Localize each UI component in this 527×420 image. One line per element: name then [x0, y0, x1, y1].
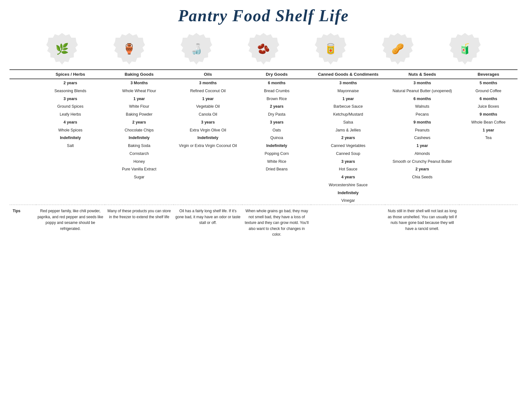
table-cell: Canned Vegetables [311, 142, 385, 150]
page-title: Pantry Food Shelf Life [10, 6, 517, 25]
table-cell: Chocolate Chips [105, 126, 174, 134]
table-cell: 3 months [311, 79, 385, 87]
table-cell: Indefinitely [36, 134, 105, 142]
table-cell: Mayonnaise [311, 87, 385, 95]
table-cell: Hot Sauce [311, 165, 385, 173]
row-label-empty [10, 79, 36, 87]
nuts-icon-badge: 🥜 [380, 31, 415, 66]
table-cell: Cornstarch [105, 150, 174, 158]
table-cell: 9 months [459, 111, 517, 118]
table-row: Worcestershire Sauce [10, 181, 517, 189]
table-cell [385, 197, 459, 205]
table-cell [385, 189, 459, 197]
tips-row: Tips Red pepper family, like chili powde… [10, 205, 517, 239]
table-cell [36, 158, 105, 166]
baking-icon-badge: 🏺 [112, 31, 147, 66]
table-cell [459, 197, 517, 205]
table-cell: Pecans [385, 111, 459, 118]
col-header-spices: Spices / Herbs [36, 70, 105, 79]
table-cell [36, 197, 105, 205]
table-cell [105, 197, 174, 205]
table-cell: 3 years [242, 118, 311, 126]
col-header-dry: Dry Goods [242, 70, 311, 79]
tips-spices: Red pepper family, like chili powder, pa… [36, 205, 105, 239]
table-cell: White Rice [242, 158, 311, 166]
table-cell: Dried Beans [242, 165, 311, 173]
table-cell: Baking Soda [105, 142, 174, 150]
table-row: Sugar4 yearsChia Seeds [10, 173, 517, 181]
table-cell [174, 165, 242, 173]
header-row: Spices / Herbs Baking Goods Oils Dry Goo… [10, 70, 517, 79]
table-cell: Whole Wheat Flour [105, 87, 174, 95]
table-row: Leafy HerbsBaking PowderCanola OilDry Pa… [10, 111, 517, 118]
table-cell: 4 years [311, 173, 385, 181]
table-cell: Dry Pasta [242, 111, 311, 118]
row-label-empty [10, 150, 36, 158]
row-label-empty [10, 111, 36, 118]
row-label-empty [10, 197, 36, 205]
table-row: 4 years2 years3 years3 yearsSalsa9 month… [10, 118, 517, 126]
row-label-empty [10, 189, 36, 197]
table-cell [36, 150, 105, 158]
tips-dry: When whole grains go bad, they may not s… [242, 205, 311, 239]
table-row: Ground SpicesWhite FlourVegetable Oil2 y… [10, 103, 517, 111]
tips-baking: Many of these products you can store in … [105, 205, 174, 239]
table-cell: Salsa [311, 118, 385, 126]
table-cell: Sugar [105, 173, 174, 181]
table-cell [459, 158, 517, 166]
row-label-empty [10, 173, 36, 181]
table-cell: Leafy Herbs [36, 111, 105, 118]
table-cell [242, 189, 311, 197]
table-cell [459, 173, 517, 181]
shelf-life-table: Spices / Herbs Baking Goods Oils Dry Goo… [10, 69, 517, 239]
table-row: HoneyWhite Rice3 yearsSmooth or Crunchy … [10, 158, 517, 166]
table-cell: Whole Spices [36, 126, 105, 134]
table-cell [36, 165, 105, 173]
spices-icon-badge: 🌿 [45, 31, 79, 66]
table-cell: Indefinitely [174, 134, 242, 142]
row-label-empty [10, 87, 36, 95]
row-label-empty [10, 142, 36, 150]
table-cell: Vegetable Oil [174, 103, 242, 111]
table-cell [174, 150, 242, 158]
table-cell [242, 197, 311, 205]
table-cell: 5 months [459, 79, 517, 87]
table-cell: White Flour [105, 103, 174, 111]
table-cell: Cashews [385, 134, 459, 142]
col-header-baking: Baking Goods [105, 70, 174, 79]
table-cell: 4 years [36, 118, 105, 126]
table-cell: Whole Bean Coffee [459, 118, 517, 126]
table-cell: Indefinitely [105, 134, 174, 142]
table-cell [459, 142, 517, 150]
table-cell [459, 189, 517, 197]
row-label-empty [10, 95, 36, 103]
table-cell: Virgin or Extra Virgin Coconut Oil [174, 142, 242, 150]
table-cell: Brown Rice [242, 95, 311, 103]
oils-icon-badge: 🍶 [179, 31, 214, 66]
table-cell [174, 197, 242, 205]
tips-beverages [459, 205, 517, 239]
table-cell: 6 months [385, 95, 459, 103]
table-cell: Smooth or Crunchy Peanut Butter [385, 158, 459, 166]
table-cell: 3 months [385, 79, 459, 87]
table-cell: Ground Coffee [459, 87, 517, 95]
tips-label: Tips [10, 205, 36, 239]
table-row: Vinegar [10, 197, 517, 205]
icons-row: 🌿 🏺 🍶 🫘 🥫 🥜 🧃 [10, 31, 517, 66]
table-cell [459, 150, 517, 158]
table-cell: Ground Spices [36, 103, 105, 111]
table-cell: 1 year [174, 95, 242, 103]
table-cell: 6 months [459, 95, 517, 103]
table-cell: 3 years [36, 95, 105, 103]
table-cell: Almonds [385, 150, 459, 158]
row-label-empty [10, 134, 36, 142]
table-cell: Barbecue Sauce [311, 103, 385, 111]
table-cell: Ketchup/Mustard [311, 111, 385, 118]
row-label-empty [10, 165, 36, 173]
table-row: 3 years1 year1 yearBrown Rice1 year6 mon… [10, 95, 517, 103]
table-cell [385, 181, 459, 189]
table-cell: 3 Months [105, 79, 174, 87]
tips-oils: Oil has a fairly long shelf life. If it'… [174, 205, 242, 239]
tips-header [10, 70, 36, 79]
table-cell: 2 years [242, 103, 311, 111]
